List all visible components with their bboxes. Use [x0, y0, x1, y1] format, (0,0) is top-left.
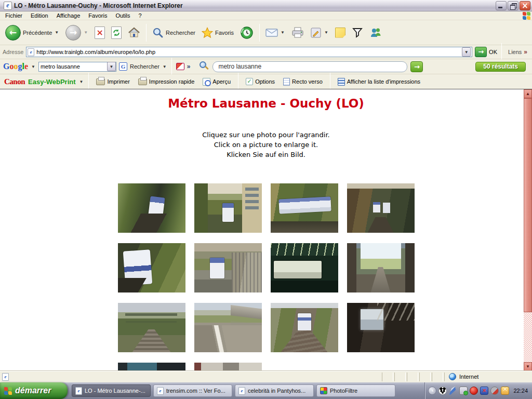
page-icon: e — [2, 373, 9, 381]
taskbar-item-lo[interactable]: e LO - Métro Lausanne-... — [72, 384, 151, 397]
filter-button[interactable] — [350, 26, 365, 39]
update-status-icon[interactable] — [490, 387, 499, 395]
back-dropdown-icon[interactable]: ▼ — [54, 30, 59, 35]
side-search-input[interactable] — [212, 61, 407, 72]
page-scrollbar[interactable]: ▲ ▼ — [524, 89, 532, 370]
tray-collapse-button[interactable]: ‹ — [428, 387, 436, 395]
canon-brand: Canon — [4, 78, 25, 86]
quick-print-button[interactable]: Impression rapide — [136, 77, 197, 86]
print-list-button[interactable]: Afficher la liste d'impressions — [335, 77, 423, 87]
photo-thumbnail[interactable] — [118, 303, 185, 352]
taskbar-item-photofiltre[interactable]: PhotoFiltre — [316, 384, 395, 397]
back-button[interactable]: ← Précédente ▼ — [3, 24, 61, 42]
menu-affichage[interactable]: Affichage — [52, 12, 85, 19]
mail-dropdown-icon[interactable]: ▼ — [280, 30, 285, 35]
network-error-icon[interactable]: × — [480, 387, 488, 395]
scrollbar-thumb[interactable] — [524, 98, 532, 312]
forward-button[interactable]: → ▼ — [63, 24, 90, 42]
photo-thumbnail[interactable] — [118, 363, 185, 370]
ie-app-icon: e — [4, 2, 12, 10]
messenger-button[interactable] — [367, 26, 384, 39]
edit-button[interactable]: ▼ — [308, 26, 331, 39]
page-icon: e — [157, 387, 164, 395]
security-zone-panel: Internet — [444, 373, 530, 381]
address-field[interactable]: e http://www.trainlgb.com/album/europe/l… — [26, 47, 472, 57]
photo-thumbnail[interactable] — [118, 183, 185, 233]
toolbar-separator — [259, 24, 260, 42]
mail-icon — [265, 28, 278, 37]
photo-thumbnail[interactable] — [347, 183, 415, 233]
search-button[interactable]: Rechercher — [150, 26, 197, 39]
canon-product[interactable]: Easy-WebPrint — [28, 78, 76, 85]
photo-thumbnail[interactable] — [347, 303, 415, 352]
google-search-options-icon[interactable]: ▼ — [162, 64, 167, 69]
home-button[interactable] — [126, 25, 142, 40]
menu-fichier[interactable]: Fichier — [1, 12, 26, 19]
results-count-button[interactable]: 50 résultats — [475, 62, 526, 72]
start-button[interactable]: démarrer — [0, 382, 68, 399]
mail-button[interactable]: ▼ — [263, 27, 287, 38]
refresh-button[interactable] — [109, 25, 124, 40]
photo-thumbnail[interactable] — [194, 303, 262, 352]
address-url[interactable]: http://www.trainlgb.com/album/europe/lo/… — [36, 49, 460, 55]
google-search-combobox[interactable]: ▼ — [38, 62, 116, 72]
rocket-icon[interactable] — [449, 387, 457, 395]
photo-thumbnail[interactable] — [194, 183, 262, 233]
menu-edition[interactable]: Edition — [26, 12, 52, 19]
print-command-button[interactable]: Imprimer — [94, 77, 132, 86]
google-search-dropdown-icon[interactable]: ▼ — [107, 62, 116, 71]
discuss-button[interactable] — [333, 26, 348, 39]
taskbar-item-celebrita[interactable]: e celebrità in Pantyhos... — [235, 384, 314, 397]
photo-thumbnail[interactable] — [271, 183, 338, 233]
photo-thumbnail[interactable] — [194, 363, 262, 370]
preview-button[interactable]: Aperçu — [200, 77, 233, 87]
close-button[interactable] — [520, 1, 530, 10]
restore-button[interactable] — [508, 1, 518, 10]
side-search-go-button[interactable]: → — [410, 61, 423, 72]
printer-status-icon[interactable] — [459, 387, 468, 395]
history-button[interactable] — [238, 25, 256, 41]
status-bar: e Internet — [0, 370, 532, 382]
photo-thumbnail[interactable] — [194, 243, 262, 292]
google-logo[interactable]: Google — [3, 62, 28, 71]
google-logo-dropdown-icon[interactable]: ▼ — [31, 64, 36, 69]
links-overflow-icon[interactable]: » — [524, 48, 527, 56]
antivirus-panda-icon[interactable] — [438, 387, 447, 395]
go-button[interactable]: → OK — [475, 47, 497, 57]
status-panel — [407, 373, 418, 381]
options-button[interactable]: ✓ Options — [243, 77, 277, 86]
address-label: Adresse — [3, 49, 23, 55]
list-icon — [338, 78, 345, 86]
links-button[interactable]: Liens » — [506, 48, 529, 56]
popup-blocker-icon[interactable] — [176, 63, 184, 70]
taskbar: démarrer e LO - Métro Lausanne-... e tre… — [0, 382, 532, 399]
mail-notification-icon[interactable] — [501, 387, 509, 395]
photo-thumbnail[interactable] — [271, 243, 338, 292]
google-search-input[interactable] — [39, 63, 107, 70]
red-app-icon[interactable] — [470, 387, 478, 395]
clock: 22:24 — [513, 388, 528, 394]
photo-thumbnail[interactable] — [271, 303, 338, 352]
address-dropdown-icon[interactable]: ▼ — [462, 47, 471, 57]
print-button[interactable] — [289, 26, 306, 39]
favorites-button[interactable]: Favoris — [200, 26, 236, 39]
scroll-up-button[interactable]: ▲ — [524, 89, 532, 98]
stop-button[interactable]: × — [92, 25, 107, 40]
duplex-button[interactable]: Recto verso — [281, 77, 325, 87]
instruction-line: Click on a picture to enlarge it. — [0, 140, 532, 150]
google-search-button[interactable]: Rechercher — [130, 63, 159, 70]
photo-thumbnail[interactable] — [347, 243, 415, 292]
menu-help[interactable]: ? — [135, 12, 146, 19]
taskbar-item-trensim[interactable]: e trensim.com :: Ver Fo... — [153, 384, 232, 397]
zone-label: Internet — [459, 374, 478, 380]
canon-dropdown-icon[interactable]: ▼ — [79, 79, 84, 84]
side-search-icon — [199, 61, 209, 72]
minimize-button[interactable] — [496, 1, 507, 10]
edit-dropdown-icon[interactable]: ▼ — [324, 30, 329, 35]
menu-outils[interactable]: Outils — [111, 12, 134, 19]
photo-thumbnail[interactable] — [118, 243, 185, 292]
scroll-down-button[interactable]: ▼ — [524, 362, 532, 370]
menu-favoris[interactable]: Favoris — [84, 12, 111, 19]
google-overflow-icon[interactable]: » — [187, 63, 191, 70]
instruction-line: Cliquez sur une photo pour l'agrandir. — [0, 130, 532, 140]
